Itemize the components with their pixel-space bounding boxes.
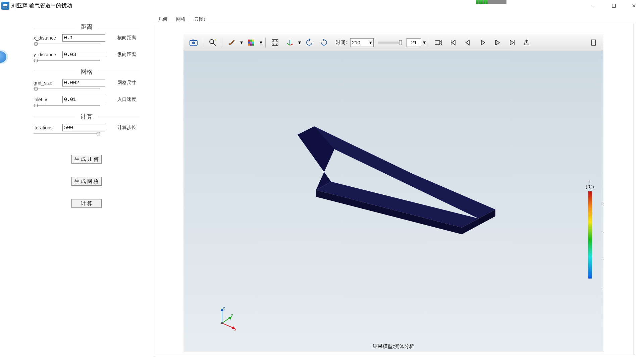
svg-rect-9: [192, 40, 194, 41]
colorcube-icon[interactable]: [245, 36, 258, 49]
svg-text:z: z: [223, 306, 225, 310]
svg-text:y: y: [231, 313, 233, 317]
zoom-icon[interactable]: [206, 36, 219, 49]
maximize-button[interactable]: [604, 0, 624, 11]
x-distance-desc: 横向距离: [117, 35, 140, 41]
skip-last-icon[interactable]: [505, 36, 519, 49]
iterations-input[interactable]: [62, 124, 105, 131]
svg-rect-29: [591, 40, 595, 45]
svg-rect-16: [250, 42, 252, 44]
grid-size-desc: 网格尺寸: [117, 80, 140, 86]
inlet-v-desc: 入口速度: [117, 97, 140, 103]
svg-rect-2: [3, 7, 7, 7]
svg-point-10: [210, 40, 214, 44]
section-distance-title: 距离: [75, 23, 98, 31]
iterations-slider[interactable]: [34, 133, 100, 135]
grid-size-label: grid_size: [34, 80, 62, 85]
calculate-button[interactable]: 计算: [71, 199, 102, 208]
x-distance-input[interactable]: [62, 34, 105, 42]
time-step-dropdown[interactable]: ▾: [423, 39, 426, 46]
svg-text:x: x: [234, 327, 236, 331]
legend-unit: （℃）: [583, 184, 597, 190]
tab-bar: 几何 网格 云图t: [154, 15, 634, 24]
export-icon[interactable]: [520, 36, 534, 49]
generate-geometry-button[interactable]: 生成几何: [71, 155, 102, 164]
legend-tick-0: 2.685e+01: [603, 202, 604, 207]
legend-tick-3: -2.731e+02: [603, 284, 604, 289]
tab-geometry[interactable]: 几何: [154, 15, 172, 24]
svg-rect-21: [272, 40, 278, 46]
inlet-v-label: inlet_v: [34, 97, 62, 102]
inlet-v-input[interactable]: [62, 96, 105, 103]
step-forward-icon[interactable]: [491, 36, 504, 49]
svg-point-46: [221, 322, 223, 324]
skip-first-icon[interactable]: [446, 36, 460, 49]
time-step-input[interactable]: [407, 38, 421, 47]
svg-rect-18: [248, 44, 250, 46]
viewport-caption: 结果模型:流体分析: [183, 343, 603, 350]
tab-contour[interactable]: 云图t: [190, 15, 209, 24]
rotate-cw-icon[interactable]: [303, 36, 316, 49]
svg-rect-4: [612, 4, 615, 7]
legend-colorbar: [588, 191, 592, 279]
minimize-button[interactable]: [584, 0, 604, 11]
svg-line-11: [213, 43, 216, 46]
svg-rect-17: [252, 42, 254, 44]
time-label: 时间:: [335, 39, 347, 46]
svg-rect-12: [248, 40, 250, 42]
app-icon: [1, 2, 9, 10]
main-area: 几何 网格 云图t ▾ ▾ ▾ 时间: 210▾: [153, 11, 644, 362]
expand-icon[interactable]: [587, 36, 600, 49]
x-distance-slider[interactable]: [34, 43, 100, 45]
time-slider[interactable]: [378, 42, 402, 44]
rotate-ccw-icon[interactable]: [317, 36, 331, 49]
play-icon[interactable]: [476, 36, 489, 49]
viewport-toolbar: ▾ ▾ ▾ 时间: 210▾ ▾: [183, 34, 603, 51]
svg-line-24: [287, 43, 290, 45]
legend-tick-2: -1.731e+02: [603, 257, 604, 262]
inlet-v-slider[interactable]: [34, 105, 100, 107]
fit-view-icon[interactable]: [268, 36, 282, 49]
time-select[interactable]: 210▾: [350, 38, 374, 47]
y-distance-label: y_distance: [34, 52, 62, 57]
svg-rect-20: [252, 44, 254, 46]
viewport-3d[interactable]: z x y T （℃） 2.685e+01 -7.315e+01: [183, 51, 603, 352]
close-button[interactable]: [624, 0, 644, 11]
model-geometry: [291, 123, 499, 257]
section-grid-title: 网格: [75, 68, 98, 76]
axis-orient-icon[interactable]: [283, 36, 297, 49]
svg-rect-1: [3, 5, 7, 6]
viewport-frame: ▾ ▾ ▾ 时间: 210▾ ▾: [153, 24, 634, 355]
camera-icon[interactable]: [187, 36, 200, 49]
svg-rect-13: [250, 40, 252, 42]
step-back-icon[interactable]: [461, 36, 475, 49]
brush-dropdown[interactable]: ▾: [240, 39, 243, 46]
activity-meter: [476, 0, 506, 4]
titlebar: 刘亚辉-输气管道中的扰动: [0, 0, 644, 11]
brush-icon[interactable]: [225, 36, 238, 49]
iterations-label: iterations: [34, 125, 62, 130]
svg-line-23: [290, 44, 293, 45]
iterations-desc: 计算步长: [117, 125, 140, 131]
y-distance-input[interactable]: [62, 51, 105, 58]
colorcube-dropdown[interactable]: ▾: [259, 39, 263, 46]
axis-dropdown[interactable]: ▾: [298, 39, 301, 46]
x-distance-label: x_distance: [34, 35, 62, 41]
y-distance-desc: 纵向距离: [117, 52, 140, 58]
legend-name: T: [583, 178, 597, 184]
svg-rect-0: [3, 4, 7, 5]
legend-tick-1: -7.315e+01: [603, 230, 604, 235]
grid-size-input[interactable]: [62, 79, 105, 86]
svg-line-40: [222, 323, 234, 328]
coordinate-triad-icon: z x y: [214, 305, 240, 331]
y-distance-slider[interactable]: [34, 60, 100, 62]
color-legend: T （℃） 2.685e+01 -7.315e+01 -1.731e+02 -2…: [583, 178, 597, 280]
grid-size-slider[interactable]: [34, 88, 100, 90]
generate-mesh-button[interactable]: 生成网格: [71, 177, 102, 186]
svg-rect-14: [252, 40, 254, 42]
tab-mesh[interactable]: 网格: [172, 15, 190, 24]
record-icon[interactable]: [432, 36, 445, 49]
svg-rect-15: [248, 42, 250, 44]
svg-point-8: [192, 42, 195, 44]
svg-rect-19: [250, 44, 252, 46]
